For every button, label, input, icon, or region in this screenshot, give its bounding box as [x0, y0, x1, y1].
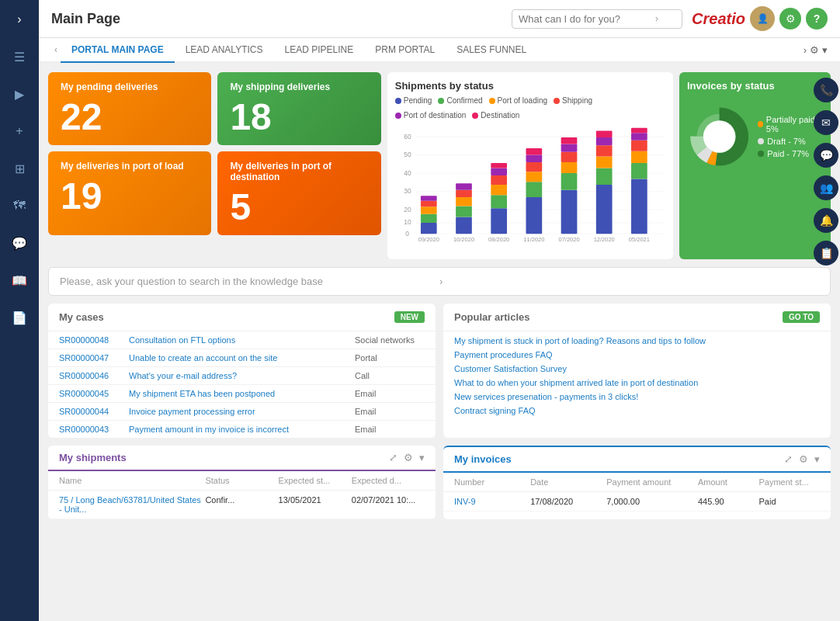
stat-card-port-dest[interactable]: My deliveries in port of destination 5: [217, 151, 380, 235]
sidebar-add-icon[interactable]: +: [8, 120, 31, 143]
stat-port-load-title: My deliveries in port of load: [61, 161, 199, 172]
clipboard-icon[interactable]: 📋: [814, 241, 838, 265]
svg-rect-23: [456, 190, 472, 197]
group-icon[interactable]: 👥: [814, 175, 838, 200]
case-desc[interactable]: What's your e-mail address?: [129, 371, 347, 380]
nav-next-icon[interactable]: ›: [804, 44, 807, 56]
sidebar-map-icon[interactable]: 🗺: [8, 194, 31, 217]
articles-list: My shipment is stuck in port of loading?…: [443, 331, 831, 420]
stat-card-port-load[interactable]: My deliveries in port of load 19: [48, 151, 211, 235]
list-item[interactable]: My shipment is stuck in port of loading?…: [454, 336, 820, 345]
shipment-name[interactable]: 75 / Long Beach/63781/United States - Un…: [59, 495, 205, 514]
chat-icon[interactable]: 💬: [814, 143, 838, 168]
shipment-status: Confir...: [205, 495, 278, 514]
case-desc[interactable]: Unable to create an account on the site: [129, 353, 347, 363]
sidebar-play-icon[interactable]: ▶: [8, 82, 31, 106]
stat-card-shipping[interactable]: My shipping deliveries 18: [217, 72, 380, 145]
search-bar[interactable]: ›: [512, 9, 682, 29]
dot-draft: [758, 138, 764, 144]
svg-rect-18: [421, 196, 437, 201]
case-type: Call: [355, 371, 425, 380]
legend-port-destination-dot: [395, 113, 401, 119]
svg-text:10/2020: 10/2020: [453, 236, 474, 243]
svg-rect-58: [631, 133, 647, 140]
svg-rect-29: [491, 175, 507, 185]
case-desc[interactable]: My shipment ETA has been postponed: [129, 389, 347, 398]
invoices-panel-header: My invoices ⤢ ⚙ ▾: [443, 447, 831, 473]
shipments-table-header: Name Status Expected st... Expected d...: [48, 471, 436, 491]
svg-rect-49: [596, 156, 613, 168]
case-id[interactable]: SR00000046: [59, 371, 121, 380]
case-id[interactable]: SR00000045: [59, 389, 121, 398]
list-item[interactable]: New services presenation - payments in 3…: [454, 392, 820, 401]
articles-panel-header: Popular articles GO TO: [443, 304, 831, 331]
sidebar-grid-icon[interactable]: ⊞: [8, 157, 31, 180]
sidebar-collapse-icon[interactable]: ›: [8, 8, 31, 31]
tab-lead-analytics[interactable]: LEAD ANALYTICS: [175, 38, 274, 63]
sidebar-book-icon[interactable]: 📖: [8, 269, 31, 292]
svg-text:08/2020: 08/2020: [488, 236, 509, 243]
email-icon[interactable]: ✉: [814, 110, 838, 135]
svg-rect-37: [526, 155, 542, 162]
bell-icon[interactable]: 🔔: [814, 208, 838, 233]
svg-rect-36: [526, 162, 542, 172]
dot-partially-paid: [758, 121, 763, 127]
shipments-expand-icon[interactable]: ⤢: [389, 452, 397, 463]
tab-prm-portal[interactable]: PRM PORTAL: [364, 38, 446, 63]
case-desc[interactable]: Invoice payment processing error: [129, 407, 347, 416]
sidebar-menu-icon[interactable]: ☰: [8, 45, 31, 68]
svg-rect-59: [631, 128, 647, 134]
invoices-table-header: Number Date Payment amount Amount Paymen…: [443, 473, 831, 492]
invoices-expand-icon[interactable]: ⤢: [784, 453, 793, 465]
case-id[interactable]: SR00000048: [59, 335, 121, 345]
case-desc[interactable]: Consultation on FTL options: [129, 335, 347, 345]
list-item[interactable]: What to do when your shipment arrived la…: [454, 378, 820, 387]
tab-lead-pipeline[interactable]: LEAD PIPELINE: [274, 38, 365, 63]
invoice-number[interactable]: INV-9: [454, 497, 530, 506]
data-panels-row: My shipments ⤢ ⚙ ▾ Name Status Expected …: [48, 446, 831, 519]
shipments-arrow-icon[interactable]: ▾: [419, 452, 425, 463]
svg-rect-52: [596, 130, 613, 137]
legend-port-loading-dot: [489, 98, 495, 104]
svg-rect-28: [491, 185, 507, 195]
table-row: SR00000043 Payment amount in my invoice …: [48, 421, 436, 438]
case-type: Portal: [355, 353, 425, 363]
case-id[interactable]: SR00000044: [59, 407, 121, 416]
table-row: 75 / Long Beach/63781/United States - Un…: [48, 491, 436, 519]
svg-text:50: 50: [404, 151, 411, 158]
stat-card-pending[interactable]: My pending deliveries 22: [48, 72, 211, 145]
list-item[interactable]: Contract signing FAQ: [454, 406, 820, 415]
nav-prev-icon[interactable]: ‹: [51, 41, 61, 58]
kb-search-bar[interactable]: Please, ask your question to search in t…: [48, 267, 831, 296]
legend-destination-label: Destination: [481, 111, 519, 120]
col-start: Expected st...: [279, 476, 352, 485]
left-sidebar: › ☰ ▶ + ⊞ 🗺 💬 📖 📄: [0, 0, 39, 621]
kb-search-arrow-icon: ›: [439, 276, 819, 287]
legend-pending: Pending: [395, 96, 432, 105]
phone-icon[interactable]: 📞: [814, 78, 838, 102]
chart-legend: Pending Confirmed Port of loading S: [395, 96, 665, 120]
sidebar-doc-icon[interactable]: 📄: [8, 306, 31, 329]
shipments-chart-panel: Shipments by status Pending Confirmed: [387, 72, 673, 259]
svg-rect-17: [421, 201, 437, 207]
list-item[interactable]: Payment procedures FAQ: [454, 350, 820, 359]
tab-portal-main[interactable]: PORTAL MAIN PAGE: [61, 38, 175, 63]
tab-sales-funnel[interactable]: SALES FUNNEL: [446, 38, 537, 63]
svg-rect-15: [421, 214, 437, 223]
shipments-settings-icon[interactable]: ⚙: [404, 452, 413, 463]
case-desc[interactable]: Payment amount in my invoice is incorrec…: [129, 425, 347, 434]
shipment-start: 13/05/2021: [279, 495, 352, 514]
dashboard-row: My pending deliveries 22 My shipping del…: [48, 72, 831, 259]
gear-icon[interactable]: ⚙: [779, 8, 801, 29]
bar-chart: 60 50 40 30 20 10 0: [395, 124, 665, 248]
sidebar-chat-icon[interactable]: 💬: [8, 231, 31, 255]
shipment-end: 02/07/2021 10:...: [352, 495, 425, 514]
cases-panel-header: My cases NEW: [48, 304, 436, 331]
case-id[interactable]: SR00000047: [59, 353, 121, 363]
legend-port-destination: Port of destination: [395, 111, 467, 120]
search-input[interactable]: [519, 13, 651, 25]
case-id[interactable]: SR00000043: [59, 425, 121, 434]
list-item[interactable]: Customer Satisfaction Survey: [454, 364, 820, 373]
invoices-settings-icon[interactable]: ⚙: [799, 453, 808, 465]
table-row: SR00000044 Invoice payment processing er…: [48, 403, 436, 421]
